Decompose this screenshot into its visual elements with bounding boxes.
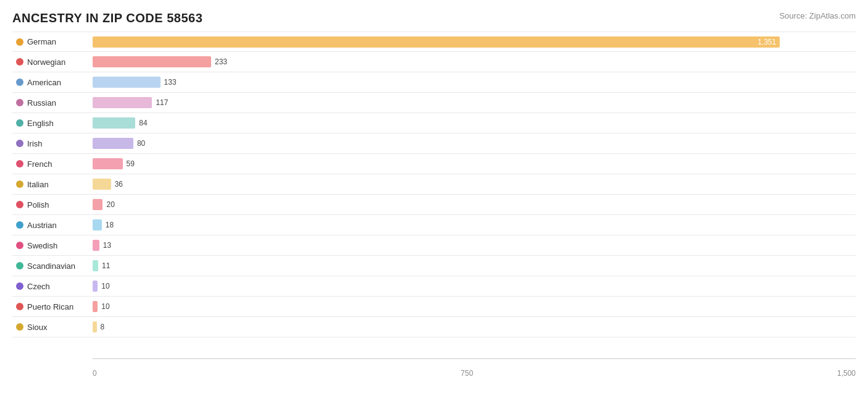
bar-label-text: Irish [27, 139, 43, 148]
bar-value: 36 [115, 180, 123, 188]
bar-label: Russian [12, 98, 93, 108]
bar-label: Czech [12, 282, 93, 291]
chart-area: German1,351Norwegian233American133Russia… [12, 32, 856, 378]
bar-fill [93, 301, 98, 312]
bar-fill [93, 260, 98, 271]
bar-value: 80 [137, 139, 145, 148]
bar-row: Puerto Rican10 [12, 297, 856, 317]
bar-label: Norwegian [12, 57, 93, 67]
bar-row: Irish80 [12, 133, 856, 154]
bar-track: 80 [93, 138, 856, 149]
bar-label: Italian [12, 180, 93, 189]
bar-label: Austrian [12, 221, 93, 230]
bar-fill [93, 240, 99, 251]
bar-track: 117 [93, 97, 856, 108]
x-label-750: 750 [461, 369, 473, 378]
bar-dot [16, 78, 23, 86]
bar-track: 10 [93, 281, 856, 292]
bar-label-text: Puerto Rican [27, 302, 73, 311]
bar-track: 10 [93, 301, 856, 312]
bar-label-text: Sioux [27, 323, 48, 332]
bar-label: Swedish [12, 241, 93, 250]
bar-label: German [12, 37, 93, 46]
bar-dot [16, 38, 23, 46]
bar-row: French59 [12, 154, 856, 174]
bar-fill [93, 56, 211, 67]
bar-fill [93, 281, 98, 292]
bar-track: 8 [93, 321, 856, 332]
x-axis: 0 750 1,500 [93, 369, 856, 378]
bar-dot [16, 282, 23, 290]
bar-track: 233 [93, 56, 856, 67]
bar-label-text: Norwegian [27, 57, 65, 67]
bar-dot [16, 303, 23, 310]
bar-label: English [12, 119, 93, 128]
bar-dot [16, 201, 23, 208]
bar-track: 11 [93, 260, 856, 271]
bar-row: German1,351 [12, 32, 856, 52]
bar-track: 36 [93, 179, 856, 190]
bar-value: 84 [139, 119, 147, 127]
bar-row: Swedish13 [12, 235, 856, 256]
bar-row: Norwegian233 [12, 52, 856, 72]
bar-value: 117 [156, 98, 168, 107]
bar-label: Puerto Rican [12, 302, 93, 311]
bar-row: Sioux8 [12, 317, 856, 337]
bar-dot [16, 262, 23, 269]
bar-fill [93, 117, 135, 129]
bar-fill [93, 199, 102, 210]
x-axis-line [93, 358, 856, 359]
bar-row: Russian117 [12, 93, 856, 113]
bar-value: 20 [106, 200, 114, 209]
bar-label-text: Austrian [27, 221, 57, 230]
bar-fill [93, 179, 111, 190]
bar-dot [16, 58, 23, 66]
bar-label: Scandinavian [12, 261, 93, 271]
bar-track: 84 [93, 117, 856, 129]
bar-dot [16, 119, 23, 127]
x-label-0: 0 [93, 369, 97, 378]
bar-row: Austrian18 [12, 215, 856, 235]
bar-row: Scandinavian11 [12, 256, 856, 276]
bar-dot [16, 180, 23, 188]
bar-label-text: English [27, 119, 54, 128]
bar-track: 59 [93, 158, 856, 169]
bar-value-inside: 1,351 [757, 38, 776, 46]
bar-label-text: French [27, 159, 52, 169]
bar-label-text: German [27, 37, 56, 46]
bar-value: 11 [102, 261, 110, 270]
bar-dot [16, 242, 23, 249]
bar-value: 233 [215, 57, 227, 66]
bar-track: 20 [93, 199, 856, 210]
bar-dot [16, 160, 23, 167]
bar-dot [16, 140, 23, 147]
bar-label: American [12, 78, 93, 87]
x-label-1500: 1,500 [837, 369, 856, 378]
chart-title: ANCESTRY IN ZIP CODE 58563 [12, 11, 856, 25]
bar-label: French [12, 159, 93, 169]
chart-container: ANCESTRY IN ZIP CODE 58563 Source: ZipAt… [0, 0, 868, 398]
bar-fill [93, 97, 152, 108]
bar-value: 18 [106, 221, 114, 229]
bar-label-text: Czech [27, 282, 50, 291]
bar-value: 8 [101, 323, 105, 331]
bar-value: 13 [103, 241, 111, 250]
bar-label: Polish [12, 200, 93, 210]
bar-value: 59 [127, 159, 135, 168]
bar-value: 133 [164, 78, 177, 87]
bar-dot [16, 99, 23, 106]
bars-section: German1,351Norwegian233American133Russia… [12, 32, 856, 359]
bar-label-text: Scandinavian [27, 261, 75, 271]
bar-row: Italian36 [12, 174, 856, 195]
bar-label-text: Swedish [27, 241, 57, 250]
bar-track: 13 [93, 240, 856, 251]
bar-track: 1,351 [93, 36, 856, 48]
bar-value: 10 [101, 282, 109, 290]
bar-dot [16, 221, 23, 229]
bar-fill [93, 138, 133, 149]
bar-row: English84 [12, 113, 856, 133]
bar-fill [93, 77, 161, 88]
bar-label-text: American [27, 78, 61, 87]
bar-row: Polish20 [12, 195, 856, 215]
bar-label: Sioux [12, 323, 93, 332]
